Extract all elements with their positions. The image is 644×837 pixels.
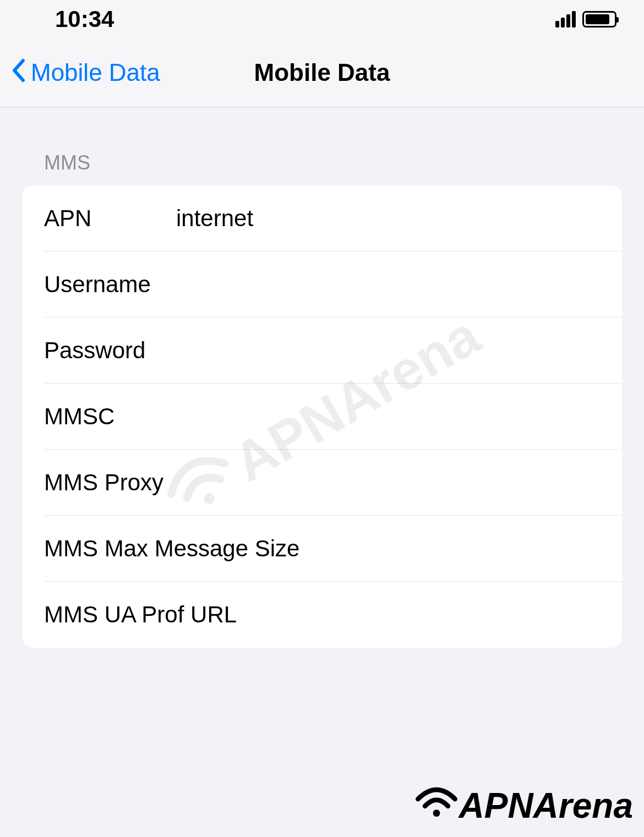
navigation-bar: Mobile Data Mobile Data (0, 39, 644, 107)
settings-group-mms: APN Username Password MMSC MMS Proxy MMS… (22, 185, 622, 648)
mms-proxy-input[interactable] (176, 469, 600, 496)
svg-point-1 (433, 809, 440, 817)
mms-max-size-input[interactable] (299, 535, 600, 562)
status-time: 10:34 (55, 6, 114, 32)
settings-row-mms-max-size[interactable]: MMS Max Message Size (22, 516, 622, 582)
status-bar: 10:34 (0, 0, 644, 39)
cellular-signal-icon (555, 11, 576, 28)
content-area: MMS APN Username Password MMSC MMS Proxy… (0, 107, 644, 648)
settings-row-mms-ua-prof-url[interactable]: MMS UA Prof URL (22, 582, 622, 648)
footer-logo-text: APNArena (459, 785, 633, 826)
chevron-left-icon (11, 56, 25, 89)
battery-icon (582, 11, 616, 28)
username-input[interactable] (176, 271, 600, 298)
status-icons (555, 11, 616, 28)
wifi-icon (414, 785, 459, 826)
apn-input[interactable] (176, 205, 600, 232)
settings-row-mms-proxy[interactable]: MMS Proxy (22, 450, 622, 516)
row-label: MMS UA Prof URL (44, 601, 237, 628)
row-label: APN (44, 205, 176, 232)
settings-row-apn[interactable]: APN (22, 185, 622, 251)
back-label: Mobile Data (31, 59, 160, 86)
row-label: MMSC (44, 403, 176, 430)
settings-row-username[interactable]: Username (22, 251, 622, 318)
password-input[interactable] (176, 337, 600, 364)
mms-ua-prof-url-input[interactable] (237, 601, 600, 628)
settings-row-mmsc[interactable]: MMSC (22, 384, 622, 450)
row-label: Username (44, 271, 176, 298)
mmsc-input[interactable] (176, 403, 600, 430)
back-button[interactable]: Mobile Data (11, 56, 160, 89)
row-label: Password (44, 337, 176, 364)
footer-logo: APNArena (414, 785, 633, 826)
settings-row-password[interactable]: Password (22, 318, 622, 384)
section-header-mms: MMS (22, 107, 622, 185)
row-label: MMS Max Message Size (44, 535, 299, 562)
row-label: MMS Proxy (44, 469, 176, 496)
